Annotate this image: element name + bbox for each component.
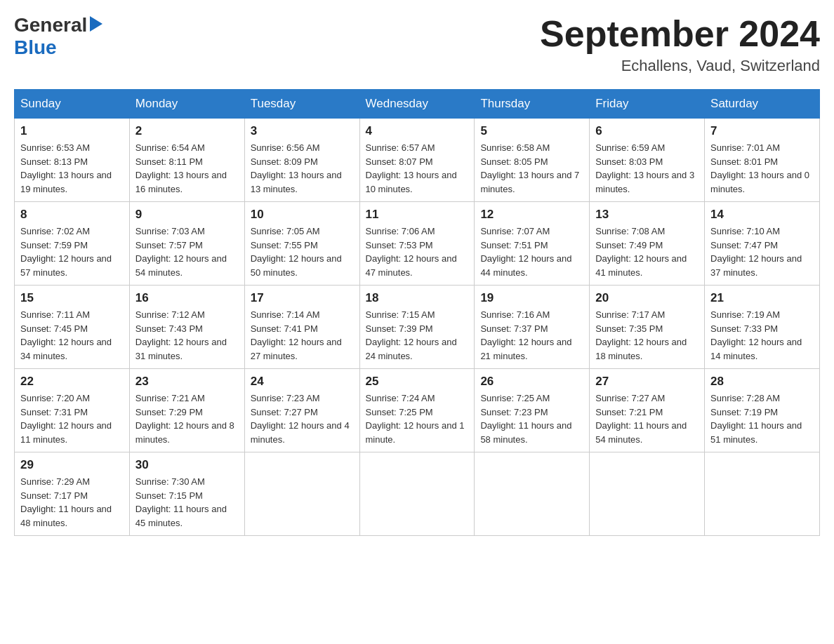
calendar-cell: 14 Sunrise: 7:10 AM Sunset: 7:47 PM Dayl… [705,202,820,286]
week-row-4: 22 Sunrise: 7:20 AM Sunset: 7:31 PM Dayl… [15,369,820,452]
day-number: 20 [595,291,699,305]
day-number: 13 [595,208,699,222]
calendar-cell: 23 Sunrise: 7:21 AM Sunset: 7:29 PM Dayl… [129,369,244,452]
day-number: 8 [20,208,124,222]
logo-blue-line: Blue [14,36,57,59]
day-number: 30 [135,458,239,472]
day-info: Sunrise: 6:53 AM Sunset: 8:13 PM Dayligh… [20,141,124,196]
day-number: 16 [135,291,239,305]
day-number: 3 [251,124,354,138]
day-info: Sunrise: 6:57 AM Sunset: 8:07 PM Dayligh… [366,141,469,196]
day-number: 1 [20,124,124,138]
calendar-cell: 2 Sunrise: 6:54 AM Sunset: 8:11 PM Dayli… [129,119,244,202]
calendar-cell: 3 Sunrise: 6:56 AM Sunset: 8:09 PM Dayli… [244,119,359,202]
day-number: 26 [480,375,583,389]
day-number: 27 [595,375,699,389]
day-number: 21 [710,291,814,305]
day-info: Sunrise: 6:58 AM Sunset: 8:05 PM Dayligh… [480,141,583,196]
calendar-table: Sunday Monday Tuesday Wednesday Thursday… [14,89,820,536]
day-info: Sunrise: 7:14 AM Sunset: 7:41 PM Dayligh… [251,308,354,363]
day-number: 18 [366,291,469,305]
calendar-cell [244,452,359,536]
calendar-cell: 19 Sunrise: 7:16 AM Sunset: 7:37 PM Dayl… [475,286,590,369]
day-number: 2 [135,124,239,138]
week-row-3: 15 Sunrise: 7:11 AM Sunset: 7:45 PM Dayl… [15,286,820,369]
calendar-cell [590,452,705,536]
header-sunday: Sunday [15,90,130,119]
day-info: Sunrise: 7:21 AM Sunset: 7:29 PM Dayligh… [135,391,239,446]
day-info: Sunrise: 7:11 AM Sunset: 7:45 PM Dayligh… [20,308,124,363]
calendar-cell: 15 Sunrise: 7:11 AM Sunset: 7:45 PM Dayl… [15,286,130,369]
header-monday: Monday [129,90,244,119]
day-number: 12 [480,208,583,222]
week-row-5: 29 Sunrise: 7:29 AM Sunset: 7:17 PM Dayl… [15,452,820,536]
day-number: 11 [366,208,469,222]
calendar-cell: 1 Sunrise: 6:53 AM Sunset: 8:13 PM Dayli… [15,119,130,202]
day-info: Sunrise: 7:07 AM Sunset: 7:51 PM Dayligh… [480,224,583,279]
day-info: Sunrise: 6:56 AM Sunset: 8:09 PM Dayligh… [251,141,354,196]
day-info: Sunrise: 7:28 AM Sunset: 7:19 PM Dayligh… [710,391,814,446]
calendar-cell: 13 Sunrise: 7:08 AM Sunset: 7:49 PM Dayl… [590,202,705,286]
location-title: Echallens, Vaud, Switzerland [540,57,820,75]
calendar-cell: 4 Sunrise: 6:57 AM Sunset: 8:07 PM Dayli… [359,119,475,202]
header-thursday: Thursday [475,90,590,119]
day-info: Sunrise: 7:12 AM Sunset: 7:43 PM Dayligh… [135,308,239,363]
day-info: Sunrise: 7:17 AM Sunset: 7:35 PM Dayligh… [595,308,699,363]
week-row-2: 8 Sunrise: 7:02 AM Sunset: 7:59 PM Dayli… [15,202,820,286]
calendar-cell [359,452,475,536]
day-info: Sunrise: 7:15 AM Sunset: 7:39 PM Dayligh… [366,308,469,363]
day-number: 24 [251,375,354,389]
day-info: Sunrise: 7:23 AM Sunset: 7:27 PM Dayligh… [251,391,354,446]
calendar-cell: 12 Sunrise: 7:07 AM Sunset: 7:51 PM Dayl… [475,202,590,286]
calendar-cell: 17 Sunrise: 7:14 AM Sunset: 7:41 PM Dayl… [244,286,359,369]
page-header: General Blue September 2024 Echallens, V… [14,14,820,75]
calendar-cell: 27 Sunrise: 7:27 AM Sunset: 7:21 PM Dayl… [590,369,705,452]
month-title: September 2024 [540,14,820,54]
calendar-cell: 28 Sunrise: 7:28 AM Sunset: 7:19 PM Dayl… [705,369,820,452]
calendar-cell [705,452,820,536]
day-number: 9 [135,208,239,222]
calendar-cell: 22 Sunrise: 7:20 AM Sunset: 7:31 PM Dayl… [15,369,130,452]
day-number: 29 [20,458,124,472]
day-info: Sunrise: 7:19 AM Sunset: 7:33 PM Dayligh… [710,308,814,363]
weekday-header-row: Sunday Monday Tuesday Wednesday Thursday… [15,90,820,119]
calendar-cell: 18 Sunrise: 7:15 AM Sunset: 7:39 PM Dayl… [359,286,475,369]
logo-triangle-icon [90,16,102,34]
day-info: Sunrise: 6:59 AM Sunset: 8:03 PM Dayligh… [595,141,699,196]
week-row-1: 1 Sunrise: 6:53 AM Sunset: 8:13 PM Dayli… [15,119,820,202]
calendar-cell: 26 Sunrise: 7:25 AM Sunset: 7:23 PM Dayl… [475,369,590,452]
calendar-cell: 5 Sunrise: 6:58 AM Sunset: 8:05 PM Dayli… [475,119,590,202]
header-saturday: Saturday [705,90,820,119]
day-number: 15 [20,291,124,305]
calendar-cell: 21 Sunrise: 7:19 AM Sunset: 7:33 PM Dayl… [705,286,820,369]
header-tuesday: Tuesday [244,90,359,119]
calendar-cell: 24 Sunrise: 7:23 AM Sunset: 7:27 PM Dayl… [244,369,359,452]
calendar-cell: 10 Sunrise: 7:05 AM Sunset: 7:55 PM Dayl… [244,202,359,286]
logo-general-text: General [14,14,87,36]
day-number: 14 [710,208,814,222]
calendar-cell: 7 Sunrise: 7:01 AM Sunset: 8:01 PM Dayli… [705,119,820,202]
calendar-cell: 11 Sunrise: 7:06 AM Sunset: 7:53 PM Dayl… [359,202,475,286]
calendar-cell: 20 Sunrise: 7:17 AM Sunset: 7:35 PM Dayl… [590,286,705,369]
day-info: Sunrise: 7:16 AM Sunset: 7:37 PM Dayligh… [480,308,583,363]
logo-blue-text: Blue [14,36,57,58]
calendar-cell: 16 Sunrise: 7:12 AM Sunset: 7:43 PM Dayl… [129,286,244,369]
day-info: Sunrise: 7:03 AM Sunset: 7:57 PM Dayligh… [135,224,239,279]
header-wednesday: Wednesday [359,90,475,119]
day-number: 22 [20,375,124,389]
day-number: 7 [710,124,814,138]
day-info: Sunrise: 6:54 AM Sunset: 8:11 PM Dayligh… [135,141,239,196]
svg-marker-0 [90,16,102,32]
day-number: 5 [480,124,583,138]
calendar-cell: 6 Sunrise: 6:59 AM Sunset: 8:03 PM Dayli… [590,119,705,202]
day-number: 23 [135,375,239,389]
day-info: Sunrise: 7:01 AM Sunset: 8:01 PM Dayligh… [710,141,814,196]
day-info: Sunrise: 7:08 AM Sunset: 7:49 PM Dayligh… [595,224,699,279]
day-info: Sunrise: 7:02 AM Sunset: 7:59 PM Dayligh… [20,224,124,279]
day-info: Sunrise: 7:10 AM Sunset: 7:47 PM Dayligh… [710,224,814,279]
day-number: 28 [710,375,814,389]
day-info: Sunrise: 7:29 AM Sunset: 7:17 PM Dayligh… [20,475,124,530]
day-info: Sunrise: 7:25 AM Sunset: 7:23 PM Dayligh… [480,391,583,446]
header-friday: Friday [590,90,705,119]
calendar-cell [475,452,590,536]
